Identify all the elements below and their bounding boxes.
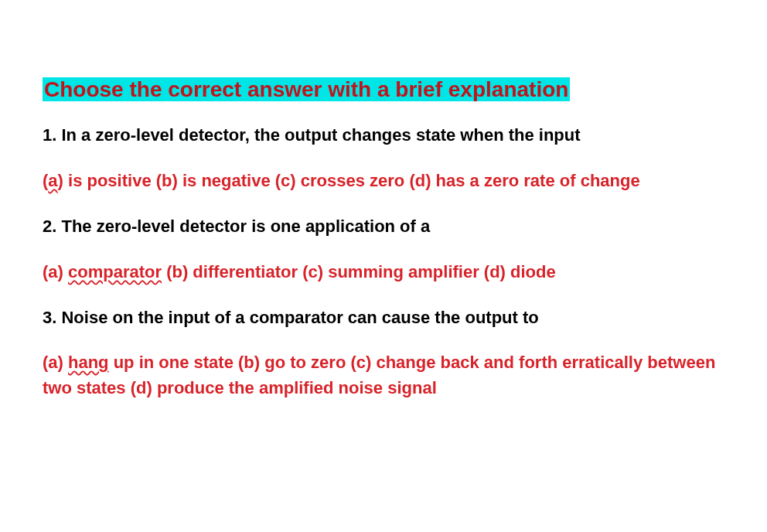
- q3-opt-rest: up in one state (b) go to zero (c) chang…: [43, 353, 715, 397]
- q3-opt-prefix: (a): [43, 353, 68, 372]
- q2-opt-rest: (b) differentiator (c) summing amplifier…: [162, 262, 556, 281]
- page-heading: Choose the correct answer with a brief e…: [43, 77, 570, 101]
- question-1: 1. In a zero-level detector, the output …: [43, 124, 724, 148]
- question-3-options: (a) hang up in one state (b) go to zero …: [43, 350, 724, 401]
- q2-opt-underlined: comparator: [68, 262, 162, 281]
- question-2: 2. The zero-level detector is one applic…: [43, 215, 724, 239]
- q1-opt-a-underlined: a: [48, 171, 57, 190]
- question-3: 3. Noise on the input of a comparator ca…: [43, 306, 724, 330]
- q1-opt-rest: ) is positive (b) is negative (c) crosse…: [58, 171, 640, 190]
- q2-opt-prefix: (a): [43, 262, 68, 281]
- question-2-options: (a) comparator (b) differentiator (c) su…: [43, 259, 724, 285]
- q3-opt-underlined: hang: [68, 353, 109, 372]
- question-1-options: (a) is positive (b) is negative (c) cros…: [43, 168, 724, 193]
